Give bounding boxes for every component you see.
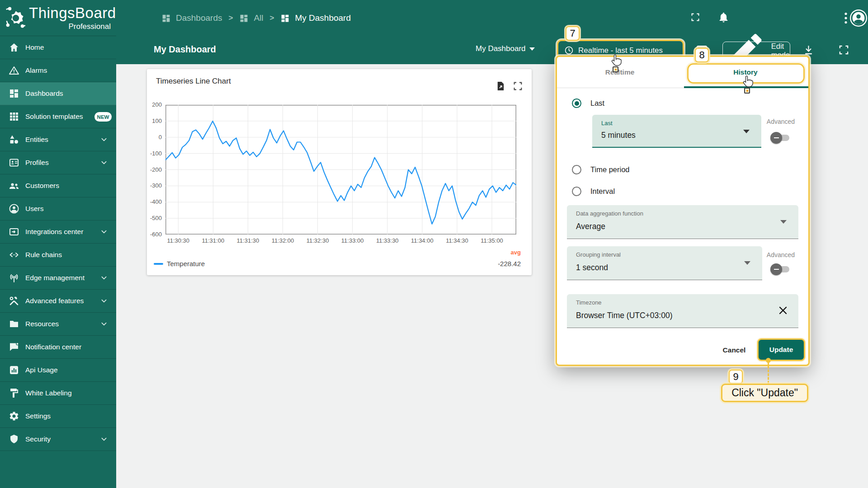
interval-radio-label: Interval (590, 187, 615, 196)
sidebar-item-users[interactable]: Users (0, 197, 116, 221)
breadcrumb-item-my-dashboard[interactable]: My Dashboard (280, 13, 351, 23)
aggregation-label: Data aggregation function (576, 210, 643, 217)
sidebar-item-label: Api Usage (25, 366, 58, 374)
avatar[interactable] (850, 9, 867, 27)
sidebar-item-label: White Labeling (25, 389, 72, 397)
grouping-interval-select[interactable]: Grouping interval 1 second (567, 246, 762, 280)
timewindow-label: Realtime - last 5 minutes (578, 46, 663, 55)
y-axis-tick: -600 (146, 231, 162, 238)
dashboard-select[interactable]: My Dashboard (476, 44, 535, 53)
annotation-connector-line (768, 362, 769, 384)
advanced-toggle[interactable] (770, 263, 791, 275)
chevron-down-icon (529, 47, 535, 51)
new-badge: NEW (94, 112, 112, 122)
grouping-interval-label: Grouping interval (576, 251, 621, 258)
cancel-button[interactable]: Cancel (712, 340, 756, 360)
breadcrumb-item-dashboards[interactable]: Dashboards (161, 13, 222, 23)
sidebar-item-white-labeling[interactable]: White Labeling (0, 382, 116, 405)
gear-icon (9, 411, 19, 422)
chevron-down-icon (100, 436, 108, 443)
sidebar-nav: Home Alarms Dashboards Solution template… (0, 36, 116, 451)
sidebar-item-dashboards[interactable]: Dashboards (0, 82, 116, 105)
app-edition: Professional (68, 22, 111, 31)
timeseries-widget-card: Timeseries Line Chart 2001000-100-200-30… (147, 69, 532, 275)
sidebar-item-label: Profiles (25, 159, 49, 167)
integration-icon (9, 226, 19, 237)
x-axis-tick: 11:33:00 (337, 237, 368, 244)
update-button[interactable]: Update (757, 338, 805, 361)
timezone-label: Timezone (576, 299, 602, 306)
sidebar-item-customers[interactable]: Customers (0, 174, 116, 197)
sidebar-item-label: Notification center (25, 343, 81, 351)
line-chart-plot[interactable] (165, 105, 516, 235)
advanced-toggle[interactable] (770, 132, 791, 144)
fullscreen-icon[interactable] (839, 45, 849, 55)
breadcrumb-item-all[interactable]: All (239, 13, 263, 23)
advanced-label: Advanced (760, 118, 801, 125)
antenna-icon (9, 272, 19, 283)
kebab-menu-icon[interactable] (844, 12, 847, 24)
time-period-radio[interactable] (572, 165, 581, 174)
x-axis-tick: 11:31:00 (198, 237, 228, 244)
shapes-icon (9, 134, 19, 145)
notifications-bell-icon[interactable] (718, 11, 729, 23)
code-icon (9, 249, 19, 260)
widget-fullscreen-icon[interactable] (513, 81, 523, 91)
step-badge-9: 9 (729, 370, 743, 384)
last-value-select[interactable]: Last 5 minutes (592, 115, 761, 148)
sidebar-item-notification-center[interactable]: Notification center (0, 336, 116, 359)
chevron-down-icon (100, 228, 108, 235)
clear-timezone-icon[interactable] (778, 305, 788, 316)
legend-agg-value: -228.42 (498, 260, 521, 267)
app-logo[interactable]: ThingsBoard Professional (0, 0, 116, 36)
sidebar-item-integrations-center[interactable]: Integrations center (0, 221, 116, 244)
y-axis-tick: -100 (146, 150, 162, 157)
time-period-radio-label: Time period (590, 165, 630, 174)
sidebar-item-resources[interactable]: Resources (0, 313, 116, 336)
flag-icon (9, 342, 19, 352)
chevron-down-icon (100, 136, 108, 143)
legend-series-label[interactable]: Temperature (167, 260, 205, 267)
shield-icon (9, 434, 19, 445)
download-icon[interactable] (803, 44, 814, 56)
last-radio[interactable] (572, 99, 581, 108)
x-axis-tick: 11:35:00 (476, 237, 507, 244)
step-badge-7: 7 (566, 26, 580, 41)
sidebar-item-settings[interactable]: Settings (0, 405, 116, 428)
sidebar-item-solution-templates[interactable]: Solution templates NEW (0, 105, 116, 128)
sidebar-item-label: Dashboards (25, 89, 63, 98)
sidebar-item-home[interactable]: Home (0, 36, 116, 59)
y-axis-tick: -200 (146, 166, 162, 173)
last-select-value: 5 minutes (601, 131, 636, 140)
sidebar-item-profiles[interactable]: Profiles (0, 151, 116, 174)
interval-radio[interactable] (572, 187, 581, 196)
sidebar-item-api-usage[interactable]: Api Usage (0, 359, 116, 382)
fullscreen-icon[interactable] (691, 13, 700, 22)
page-title: My Dashboard (154, 44, 216, 55)
sidebar-item-label: Advanced features (25, 297, 84, 305)
x-axis-tick: 11:33:30 (372, 237, 403, 244)
tools-icon (9, 296, 19, 306)
sidebar-item-alarms[interactable]: Alarms (0, 59, 116, 82)
dashboard-icon (9, 88, 19, 99)
sidebar-item-entities[interactable]: Entities (0, 128, 116, 151)
advanced-label: Advanced (760, 251, 801, 258)
export-widget-icon[interactable] (495, 80, 505, 92)
y-axis-tick: 0 (146, 134, 162, 141)
legend-series-swatch (154, 263, 163, 265)
x-axis-tick: 11:34:00 (407, 237, 438, 244)
legend-agg-label: avg (511, 249, 521, 256)
sidebar-item-rule-chains[interactable]: Rule chains (0, 244, 116, 267)
aggregation-select[interactable]: Data aggregation function Average (567, 205, 798, 239)
sidebar-item-security[interactable]: Security (0, 428, 116, 451)
x-axis-tick: 11:32:00 (268, 237, 298, 244)
sidebar-item-advanced-features[interactable]: Advanced features (0, 290, 116, 313)
sidebar-item-label: Resources (25, 320, 59, 328)
sidebar-item-edge-management[interactable]: Edge management (0, 267, 116, 290)
y-axis-tick: -300 (146, 182, 162, 189)
tab-realtime[interactable]: Realtime (557, 57, 683, 88)
dashboard-grid-icon (239, 14, 249, 23)
timezone-field[interactable]: Timezone Browser Time (UTC+03:00) (567, 294, 798, 328)
dropdown-arrow-icon (780, 220, 787, 224)
sidebar-item-label: Rule chains (25, 251, 62, 259)
